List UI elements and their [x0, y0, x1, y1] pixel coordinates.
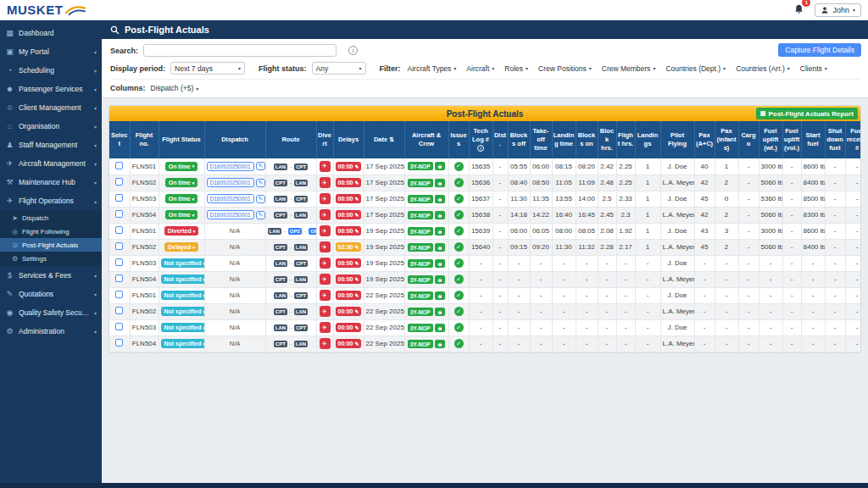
aircraft-badge[interactable]: 3Y-NOP	[408, 179, 433, 187]
delay-badge[interactable]: 02:30✎	[336, 242, 362, 252]
filter-aircraft-types[interactable]: Aircraft Types▾	[408, 64, 457, 73]
crew-button[interactable]: ☻	[435, 324, 446, 332]
col-header-date[interactable]: Date ⇅	[364, 121, 404, 158]
sidebar-item-flight-following[interactable]: ◎Flight Following	[0, 225, 102, 238]
aircraft-badge[interactable]: 3Y-NOP	[408, 227, 433, 236]
crew-button[interactable]: ☻	[435, 259, 446, 268]
divert-button[interactable]: ✈	[320, 258, 331, 269]
row-checkbox[interactable]	[115, 242, 123, 250]
row-checkbox[interactable]	[115, 210, 123, 218]
row-checkbox[interactable]	[115, 194, 123, 202]
aircraft-badge[interactable]: 3Y-NOP	[408, 211, 433, 219]
table-scroll-container[interactable]: SelectFlight no.Flight StatusDispatchRou…	[109, 121, 860, 352]
user-menu-button[interactable]: John ▾	[815, 3, 861, 17]
crew-button[interactable]: ☻	[435, 195, 446, 203]
sidebar-item-staff-management[interactable]: ♟Staff Management▾	[0, 136, 102, 154]
divert-button[interactable]: ✈	[320, 274, 331, 285]
crew-button[interactable]: ☻	[435, 227, 446, 236]
divert-button[interactable]: ✈	[320, 193, 331, 204]
flight-status-select[interactable]: Any ▾	[312, 62, 366, 75]
delay-badge[interactable]: 00:00✎	[336, 258, 362, 268]
row-checkbox[interactable]	[115, 323, 123, 330]
aircraft-badge[interactable]: 3Y-NOP	[408, 162, 433, 170]
delay-badge[interactable]: 00:00✎	[336, 226, 362, 236]
sidebar-item-services-fees[interactable]: $Services & Fees▾	[0, 266, 102, 285]
flight-status-button[interactable]: On time▾	[165, 162, 198, 171]
row-checkbox[interactable]	[115, 307, 123, 314]
aircraft-badge[interactable]: 3Y-NOP	[408, 340, 433, 348]
filter-crew-positions[interactable]: Crew Positions▾	[538, 64, 592, 73]
dispatch-edit-button[interactable]: ✎	[256, 195, 265, 203]
sidebar-item-post-flight-actuals[interactable]: ⊙Post-Flight Actuals	[0, 238, 102, 252]
delay-badge[interactable]: 00:00✎	[336, 307, 362, 316]
delay-badge[interactable]: 00:00✎	[336, 178, 362, 187]
display-period-select[interactable]: Next 7 days ▾	[170, 62, 245, 75]
dispatch-number-button[interactable]: D160920250001	[207, 178, 254, 187]
capture-flight-details-button[interactable]: Capture Flight Details	[778, 43, 861, 57]
delay-badge[interactable]: 00:00✎	[336, 194, 362, 203]
sidebar-item-quality-safety-security[interactable]: ◉Quality Safety Security▾	[0, 303, 102, 322]
sidebar-item-dispatch[interactable]: ➤Dispatch	[0, 211, 102, 225]
dispatch-number-button[interactable]: D160920250001	[207, 194, 254, 203]
divert-button[interactable]: ✈	[320, 290, 331, 301]
search-input[interactable]	[143, 44, 337, 57]
filter-countries-arr[interactable]: Countries (Arr.)▾	[736, 64, 790, 73]
divert-button[interactable]: ✈	[320, 177, 331, 188]
divert-button[interactable]: ✈	[320, 338, 331, 349]
crew-button[interactable]: ☻	[435, 340, 446, 348]
aircraft-badge[interactable]: 3Y-NOP	[408, 275, 433, 284]
filter-aircraft[interactable]: Aircraft▾	[466, 64, 494, 73]
flight-status-button[interactable]: Not specified▾	[161, 291, 205, 300]
flight-status-button[interactable]: Not specified▾	[161, 339, 205, 348]
dispatch-edit-button[interactable]: ✎	[256, 162, 265, 170]
crew-button[interactable]: ☻	[435, 291, 446, 300]
crew-button[interactable]: ☻	[435, 211, 446, 219]
crew-button[interactable]: ☻	[435, 308, 446, 316]
sidebar-item-settings[interactable]: ⚙Settings	[0, 252, 102, 265]
delay-badge[interactable]: 00:00✎	[336, 291, 362, 300]
flight-status-button[interactable]: Not specified▾	[161, 307, 205, 316]
sidebar-item-scheduling[interactable]: ◔Scheduling▾	[0, 61, 102, 80]
row-checkbox[interactable]	[115, 226, 123, 234]
filter-crew-members[interactable]: Crew Members▾	[602, 64, 656, 73]
flight-status-button[interactable]: On time▾	[165, 210, 198, 219]
divert-button[interactable]: ✈	[320, 225, 331, 236]
sidebar-item-administration[interactable]: ⚙Administration▾	[0, 322, 102, 341]
sidebar-item-passenger-services[interactable]: ☻Passenger Services▾	[0, 80, 102, 98]
delay-badge[interactable]: 00:00✎	[336, 339, 362, 348]
row-checkbox[interactable]	[115, 162, 123, 169]
delay-badge[interactable]: 00:00✎	[336, 274, 362, 284]
divert-button[interactable]: ✈	[320, 306, 331, 317]
dispatch-number-button[interactable]: D160920250001	[207, 210, 254, 219]
sidebar-item-maintenance-hub[interactable]: ⚒Maintenance Hub▾	[0, 173, 102, 191]
sidebar-item-quotations[interactable]: ✎Quotations▾	[0, 285, 102, 303]
crew-button[interactable]: ☻	[435, 243, 446, 252]
divert-button[interactable]: ✈	[320, 209, 331, 220]
divert-button[interactable]: ✈	[320, 161, 331, 172]
divert-button[interactable]: ✈	[320, 322, 331, 333]
flight-status-button[interactable]: Not specified▾	[161, 258, 205, 268]
flight-status-button[interactable]: Diverted▾	[164, 226, 199, 236]
notifications-button[interactable]: 1	[792, 2, 806, 19]
row-checkbox[interactable]	[115, 274, 123, 282]
info-icon[interactable]: i	[348, 46, 358, 55]
columns-select[interactable]: Dispatch (+5) ▾	[151, 84, 199, 92]
crew-button[interactable]: ☻	[435, 179, 446, 187]
crew-button[interactable]: ☻	[435, 162, 446, 170]
dispatch-edit-button[interactable]: ✎	[256, 179, 265, 187]
delay-badge[interactable]: 00:00✎	[336, 210, 362, 219]
delay-badge[interactable]: 00:00✎	[336, 162, 362, 171]
sidebar-item-aircraft-management[interactable]: ✈Aircraft Management▾	[0, 154, 102, 173]
dispatch-number-button[interactable]: D160920250001	[207, 162, 254, 171]
crew-button[interactable]: ☻	[435, 275, 446, 284]
delay-badge[interactable]: 00:00✎	[336, 323, 362, 332]
filter-clients[interactable]: Clients▾	[800, 64, 827, 73]
flight-status-button[interactable]: Not specified▾	[161, 323, 205, 332]
sidebar-item-client-management[interactable]: ☺Client Management▾	[0, 98, 102, 117]
row-checkbox[interactable]	[115, 339, 123, 347]
flight-status-button[interactable]: Delayed▾	[164, 242, 198, 252]
post-flight-actuals-report-button[interactable]: ▤ Post-Flight Actuals Report	[756, 108, 858, 119]
sidebar-item-dashboard[interactable]: ▦Dashboard	[0, 24, 102, 42]
dispatch-edit-button[interactable]: ✎	[256, 211, 265, 219]
aircraft-badge[interactable]: 3Y-NOP	[408, 195, 433, 203]
